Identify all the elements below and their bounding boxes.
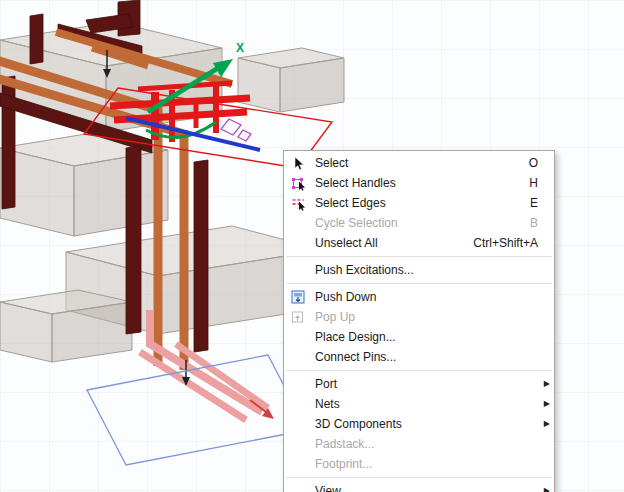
menu-item-label: Port: [309, 377, 538, 391]
menu-item-shortcut: O: [529, 156, 542, 170]
menu-item-label: Cycle Selection: [309, 216, 530, 230]
menu-separator: [286, 256, 552, 257]
menu-item-shortcut: B: [530, 216, 542, 230]
menu-item-label: Select: [309, 156, 529, 170]
menu-item-select[interactable]: SelectO: [284, 153, 554, 173]
menu-item-shortcut: Ctrl+Shift+A: [473, 236, 542, 250]
menu-item-label: Connect Pins...: [309, 350, 538, 364]
menu-item-view[interactable]: View▶: [284, 481, 554, 492]
menu-item-label: Select Handles: [309, 176, 529, 190]
submenu-arrow-icon: ▶: [542, 394, 550, 414]
menu-separator: [286, 370, 552, 371]
menu-item-port[interactable]: Port▶: [284, 374, 554, 394]
submenu-arrow-icon: ▶: [542, 481, 550, 492]
menu-item-padstack[interactable]: Padstack...: [284, 434, 554, 454]
menu-item-shortcut: H: [529, 176, 542, 190]
submenu-arrow-icon: ▶: [542, 414, 550, 434]
menu-item-label: Select Edges: [309, 196, 530, 210]
menu-item-label: Nets: [309, 397, 538, 411]
menu-item-label: 3D Components: [309, 417, 538, 431]
menu-item-label: Push Down: [309, 290, 538, 304]
context-menu: SelectOSelect HandlesHSelect EdgesECycle…: [283, 150, 555, 492]
menu-item-label: Unselect All: [309, 236, 473, 250]
menu-item-label: Push Excitations...: [309, 263, 538, 277]
menu-separator: [286, 283, 552, 284]
menu-item-label: Footprint...: [309, 457, 538, 471]
menu-item-footprint[interactable]: Footprint...: [284, 454, 554, 474]
menu-item-push-excitations[interactable]: Push Excitations...: [284, 260, 554, 280]
select-handles-icon: [287, 176, 309, 191]
menu-item-nets[interactable]: Nets▶: [284, 394, 554, 414]
menu-item-label: Place Design...: [309, 330, 538, 344]
pop-up-icon: [287, 310, 309, 325]
menu-item-select-handles[interactable]: Select HandlesH: [284, 173, 554, 193]
menu-item-connect-pins[interactable]: Connect Pins...: [284, 347, 554, 367]
push-down-icon: [287, 290, 309, 305]
menu-item-label: Pop Up: [309, 310, 538, 324]
menu-item-place-design[interactable]: Place Design...: [284, 327, 554, 347]
menu-item-3d-components[interactable]: 3D Components▶: [284, 414, 554, 434]
axis-label-x: X: [236, 41, 244, 55]
menu-item-select-edges[interactable]: Select EdgesE: [284, 193, 554, 213]
menu-item-shortcut: E: [530, 196, 542, 210]
menu-item-label: View: [309, 484, 538, 492]
select-edges-icon: [287, 196, 309, 211]
application-window: X: [0, 0, 624, 492]
menu-item-push-down[interactable]: Push Down: [284, 287, 554, 307]
menu-item-cycle-selection[interactable]: Cycle SelectionB: [284, 213, 554, 233]
menu-separator: [286, 477, 552, 478]
menu-item-unselect-all[interactable]: Unselect AllCtrl+Shift+A: [284, 233, 554, 253]
select-cursor-icon: [287, 156, 309, 171]
submenu-arrow-icon: ▶: [542, 374, 550, 394]
menu-item-label: Padstack...: [309, 437, 538, 451]
menu-item-pop-up[interactable]: Pop Up: [284, 307, 554, 327]
